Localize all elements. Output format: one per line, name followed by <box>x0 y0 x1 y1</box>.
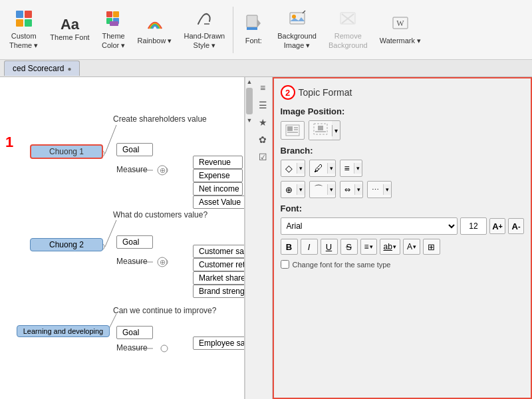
image-pos-arrow: ▾ <box>332 125 340 136</box>
toolbar-theme-color[interactable]: ThemeColor ▾ <box>96 7 131 52</box>
scroll-area[interactable]: ▲ ▼ <box>245 77 254 399</box>
branch-conn-btn[interactable]: ⊕ ▾ <box>281 181 305 198</box>
branch-curve-arrow: ▾ <box>327 184 335 195</box>
side-btn-list[interactable]: ≡ <box>255 80 271 96</box>
bg-image-label: BackgroundImage ▾ <box>277 32 317 49</box>
root-node-3[interactable]: Learning and developing <box>17 325 110 337</box>
font-size-increase-btn[interactable]: A+ <box>489 218 505 234</box>
toolbar-bg-image[interactable]: BackgroundImage ▾ <box>272 7 322 52</box>
rainbow-icon <box>146 14 164 35</box>
toolbar-watermark[interactable]: W Watermark ▾ <box>374 11 426 48</box>
bold-btn[interactable]: B <box>281 239 298 255</box>
italic-btn[interactable]: I <box>301 239 318 255</box>
image-pos-other-btn[interactable]: ▾ <box>309 120 340 140</box>
side-btn-star[interactable]: ★ <box>255 114 271 130</box>
bg-color-label: Font: <box>245 37 262 45</box>
branch-shape-btn[interactable]: ◇ ▾ <box>281 160 305 177</box>
image-pos-other-icon <box>309 121 332 140</box>
custretention-node[interactable]: Customer retention <box>193 258 245 271</box>
svg-line-20 <box>105 125 116 154</box>
scroll-thumb[interactable] <box>246 88 253 114</box>
font-row1: Arial A+ A- <box>281 217 525 235</box>
branch-curve-btn[interactable]: ⌒ ▾ <box>309 181 336 198</box>
font-size-input[interactable] <box>460 217 487 235</box>
scroll-up-arrow[interactable]: ▲ <box>245 77 254 86</box>
goal-box-3[interactable]: Goal <box>116 326 153 339</box>
measure-label-1: Measure <box>116 165 148 174</box>
font-title: Font: <box>281 203 525 213</box>
font-size-decrease-btn[interactable]: A- <box>508 218 524 234</box>
svg-point-45 <box>158 257 167 267</box>
theme-font-icon: Aa <box>61 17 79 32</box>
image-pos-inline-btn[interactable] <box>281 121 305 140</box>
branch-color-icon: 🖊 <box>310 161 327 176</box>
assetvalue-node[interactable]: Asset Value <box>193 196 245 209</box>
branch-conn-arrow: ▾ <box>297 184 305 195</box>
theme-color-label: ThemeColor ▾ <box>102 32 125 49</box>
employee-node[interactable]: Employee satisfact... <box>193 336 245 350</box>
font-name-select[interactable]: Arial <box>281 217 458 235</box>
font-color-btn[interactable]: A▾ <box>403 239 420 255</box>
toolbar-bg-color[interactable]: Font: <box>236 11 271 48</box>
change-font-checkbox[interactable] <box>281 260 289 269</box>
canvas[interactable]: ⊕ ⊕ 1 Create shareholders value Goal Mea… <box>0 77 245 399</box>
svg-rect-11 <box>247 27 257 30</box>
rainbow-label: Rainbow ▾ <box>138 37 172 45</box>
format-panel-title: Topic Format <box>299 87 352 98</box>
measure-label-3: Measure <box>116 343 148 352</box>
section3-title: Can we continue to improve? <box>113 306 216 315</box>
strikethrough-btn[interactable]: S <box>340 239 358 255</box>
marketshare-node[interactable]: Market share <box>193 271 245 285</box>
branch-title: Branch: <box>281 146 525 156</box>
more-font-btn[interactable]: ⊞ <box>423 239 440 255</box>
brandstrength-node[interactable]: Brand strength <box>193 285 245 298</box>
svg-rect-5 <box>113 11 119 17</box>
section2-title: What do customers value? <box>113 210 207 219</box>
change-font-label: Change font for the same type <box>293 261 391 269</box>
toolbar-hand-drawn[interactable]: Hand-DrawnStyle ▾ <box>178 7 230 52</box>
branch-line-arrow: ▾ <box>354 163 362 174</box>
tab-scorecard[interactable]: ced Scorecard ● <box>4 61 80 76</box>
side-btn-check[interactable]: ☑ <box>255 149 271 165</box>
toolbar-divider-1 <box>233 7 233 53</box>
svg-rect-3 <box>25 19 32 27</box>
branch-dash-icon: ⋯ <box>368 184 383 196</box>
root-node-1[interactable]: Chuong 1 <box>30 144 103 159</box>
revenue-node[interactable]: Revenue <box>193 156 243 169</box>
side-btn-flower[interactable]: ✿ <box>255 132 271 148</box>
branch-line-btn[interactable]: ≡ ▾ <box>340 160 362 177</box>
image-position-row: ▾ <box>281 120 525 140</box>
marker-2: 2 <box>281 85 295 100</box>
branch-spacing-icon: ⇔ <box>340 184 354 196</box>
remove-bg-icon <box>338 9 357 31</box>
root-node-2[interactable]: Chuong 2 <box>30 238 103 251</box>
custsatisfaction-node[interactable]: Customer satisfaction <box>193 245 245 258</box>
branch-curve-icon: ⌒ <box>310 182 327 198</box>
svg-rect-2 <box>16 19 23 27</box>
svg-text:⊕: ⊕ <box>160 258 166 266</box>
netincome-node[interactable]: Net income <box>193 182 243 196</box>
underline-style-btn[interactable]: ab▾ <box>380 239 400 255</box>
underline-btn[interactable]: U <box>321 239 338 255</box>
main-area: ⊕ ⊕ 1 Create shareholders value Goal Mea… <box>0 77 532 399</box>
toolbar-theme-font[interactable]: Aa Theme Font <box>45 15 94 45</box>
branch-line-icon: ≡ <box>340 161 354 176</box>
svg-rect-4 <box>106 11 112 17</box>
tab-close-btn[interactable]: ● <box>67 65 71 72</box>
expense-node[interactable]: Expense <box>193 169 243 182</box>
svg-rect-53 <box>318 126 323 130</box>
goal-box-2[interactable]: Goal <box>116 235 153 249</box>
branch-color-arrow: ▾ <box>327 163 335 174</box>
branch-color-btn[interactable]: 🖊 ▾ <box>309 160 336 177</box>
branch-shape-arrow: ▾ <box>297 163 305 174</box>
svg-point-43 <box>158 166 167 175</box>
goal-box-1[interactable]: Goal <box>116 143 153 156</box>
branch-dash-btn[interactable]: ⋯ ▾ <box>367 181 392 198</box>
branch-spacing-btn[interactable]: ⇔ ▾ <box>340 181 363 198</box>
toolbar-custom-theme[interactable]: CustomTheme ▾ <box>4 7 43 52</box>
align-btn[interactable]: ≡▾ <box>360 239 377 255</box>
toolbar-rainbow[interactable]: Rainbow ▾ <box>132 11 178 48</box>
side-btn-grid[interactable]: ☰ <box>255 97 271 113</box>
scroll-down-arrow[interactable]: ▼ <box>245 116 254 125</box>
bg-color-icon <box>244 14 263 35</box>
